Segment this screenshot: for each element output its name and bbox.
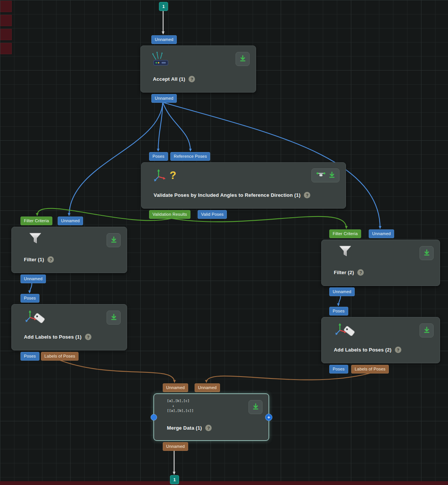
node-add-labels-2[interactable]: Add Labels to Poses (2) ?	[321, 317, 440, 363]
bottom-edge-strip	[0, 481, 448, 485]
port-filter1-output[interactable]: Unnamed	[20, 275, 46, 283]
node-filter-2[interactable]: Filter (2) ?	[321, 240, 440, 286]
help-badge[interactable]: ?	[205, 425, 212, 431]
merge-pattern-arrow: ↓	[167, 403, 193, 408]
download-icon	[252, 403, 259, 411]
port-accept-all-input[interactable]: Unnamed	[151, 35, 177, 44]
node-merge-data[interactable]: [a],[b],[c] ↓ [[a],[b],[c]] Merge Data (…	[154, 394, 269, 441]
flow-end-marker[interactable]: 1	[170, 475, 179, 484]
funnel-icon	[28, 232, 42, 245]
edge-filter1-to-addlabels1[interactable]	[30, 283, 32, 293]
edge-filter2-to-addlabels2[interactable]	[338, 296, 341, 306]
node-add-labels-1[interactable]: Add Labels to Poses (1) ?	[11, 304, 127, 350]
node-title: Add Labels to Poses (2)	[334, 347, 391, 353]
download-icon	[239, 55, 246, 63]
help-badge[interactable]: ?	[47, 256, 54, 263]
node-title: Validate Poses by Included Angles to Ref…	[154, 192, 300, 198]
port-merge-output[interactable]: Unnamed	[163, 442, 188, 451]
node-filter-1[interactable]: Filter (1) ?	[11, 227, 127, 273]
port-filter2-criteria-input[interactable]: Filter Criteria	[329, 229, 361, 238]
left-edge-marker	[0, 1, 12, 12]
port-addlabels2-poses-output[interactable]: Poses	[329, 365, 348, 374]
port-filter2-poses-input[interactable]: Unnamed	[369, 229, 394, 238]
flow-canvas[interactable]: 1 1 Unnamed	[0, 0, 448, 485]
add-labels-icon	[335, 322, 357, 337]
funnel-icon	[338, 245, 352, 258]
help-badge[interactable]: ?	[304, 192, 310, 198]
node-title: Accept All (1)	[153, 76, 185, 82]
node-accept-all[interactable]: Accept All (1) ?	[140, 46, 256, 93]
node-title: Filter (1)	[24, 257, 44, 262]
port-addlabels1-poses-output[interactable]: Poses	[20, 352, 39, 361]
merge-pattern-top: [a],[b],[c]	[167, 399, 193, 403]
help-badge[interactable]: ?	[357, 269, 364, 276]
download-button[interactable]	[420, 323, 434, 337]
port-validation-results-output[interactable]: Validation Results	[149, 210, 190, 219]
edge-accept-to-validate-reference[interactable]	[163, 102, 190, 151]
validate-poses-icon: ?	[153, 168, 176, 182]
node-validate-poses[interactable]: ? Validate Poses by Included Angl	[141, 162, 346, 209]
accept-all-icon	[152, 50, 172, 67]
help-badge[interactable]: ?	[189, 76, 195, 82]
download-icon	[423, 326, 430, 334]
merge-left-handle[interactable]	[151, 414, 157, 421]
port-valid-poses-output[interactable]: Valid Poses	[198, 210, 227, 219]
merge-add-handle[interactable]: +	[265, 414, 272, 421]
port-addlabels2-labels-output[interactable]: Labels of Poses	[351, 365, 389, 374]
question-icon: ?	[170, 170, 176, 181]
port-validate-poses-input[interactable]: Poses	[149, 152, 168, 161]
merge-pattern-icon: [a],[b],[c] ↓ [[a],[b],[c]]	[167, 399, 193, 413]
left-edge-marker	[0, 15, 12, 26]
node-title: Add Labels to Poses (1)	[24, 334, 82, 340]
left-edge-marker	[0, 43, 12, 54]
port-validate-reference-input[interactable]: Reference Poses	[170, 152, 210, 161]
download-icon	[110, 314, 117, 322]
port-filter2-output[interactable]: Unnamed	[329, 287, 355, 296]
download-button[interactable]	[107, 233, 121, 247]
port-merge-input-2[interactable]: Unnamed	[195, 383, 220, 392]
flow-start-label: 1	[162, 4, 165, 9]
port-accept-all-output[interactable]: Unnamed	[151, 94, 177, 103]
port-addlabels2-poses-input[interactable]: Poses	[329, 307, 348, 315]
edge-labels2-to-merge[interactable]	[206, 373, 370, 382]
download-icon	[423, 249, 430, 257]
left-edge-marker	[0, 29, 12, 40]
port-addlabels1-labels-output[interactable]: Labels of Poses	[41, 352, 79, 361]
merge-pattern-bottom: [[a],[b],[c]]	[167, 408, 193, 413]
download-button[interactable]	[236, 52, 250, 66]
port-filter1-poses-input[interactable]: Unnamed	[58, 217, 83, 225]
port-addlabels1-poses-input[interactable]: Poses	[20, 294, 39, 303]
download-button[interactable]	[107, 311, 121, 325]
download-icon	[329, 171, 335, 179]
help-badge[interactable]: ?	[395, 347, 401, 353]
edge-accept-to-validate-poses[interactable]	[158, 102, 163, 151]
download-button[interactable]	[248, 400, 263, 414]
help-badge[interactable]: ?	[85, 334, 91, 340]
flow-end-label: 1	[173, 477, 176, 482]
port-filter1-criteria-input[interactable]: Filter Criteria	[20, 217, 52, 225]
drone-icon	[316, 171, 326, 179]
add-labels-icon	[25, 309, 47, 324]
download-icon	[110, 236, 117, 244]
flow-start-marker[interactable]: 1	[159, 2, 168, 11]
port-merge-input-1[interactable]: Unnamed	[163, 383, 188, 392]
download-button[interactable]	[311, 168, 340, 182]
node-title: Filter (2)	[334, 270, 354, 275]
edge-labels1-to-merge[interactable]	[60, 360, 174, 382]
download-button[interactable]	[420, 246, 434, 260]
node-title: Merge Data (1)	[167, 425, 202, 431]
